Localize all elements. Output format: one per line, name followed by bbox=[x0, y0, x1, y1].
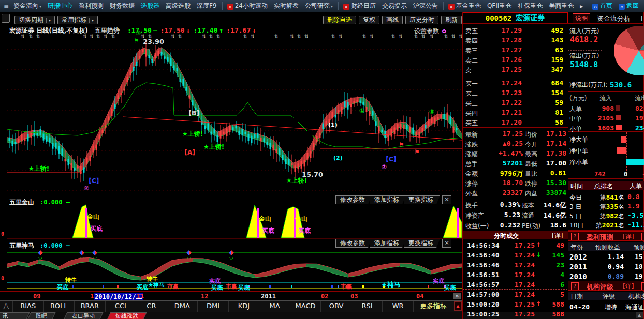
menu-item-17[interactable]: ▸ bbox=[577, 3, 586, 10]
flow-out-value: 234 bbox=[635, 124, 644, 132]
rank-pre: 第 bbox=[596, 222, 602, 229]
bottom-tab-1[interactable]: 盘口异动 bbox=[64, 312, 104, 319]
panel-button-0[interactable]: 修改参数 bbox=[335, 239, 372, 248]
bottom-tab-0[interactable]: 股吧 bbox=[27, 312, 56, 319]
sell-row-0[interactable]: 卖五17.29492 bbox=[462, 26, 568, 36]
tick-time: 14:56:40 bbox=[467, 251, 500, 259]
menu-item-8[interactable]: 实时解盘 bbox=[271, 2, 302, 10]
rating-detail-link[interactable]: [详] bbox=[623, 282, 634, 291]
panel-close-button[interactable]: × bbox=[442, 195, 451, 204]
more-indicators-tab[interactable]: 更多指标 bbox=[413, 301, 453, 312]
panel-button-1[interactable]: 添加指标 bbox=[370, 239, 406, 248]
tick-row-4[interactable]: 14:56:5717.246 bbox=[462, 280, 568, 290]
panel-button-1[interactable]: 添加指标 bbox=[370, 195, 406, 204]
tick-row-5[interactable]: 14:57:0017.245 bbox=[462, 290, 568, 300]
toolbar-right-button-4[interactable]: 刷新 bbox=[441, 16, 462, 24]
buy-row-3[interactable]: 买四17.2181 bbox=[462, 108, 568, 118]
indicator-tab-dma[interactable]: DMA bbox=[167, 301, 198, 312]
indicator-tab-wr[interactable]: WR bbox=[382, 301, 413, 312]
menu-item-11[interactable]: 交易提示 bbox=[379, 2, 410, 10]
menu-item-3[interactable]: 财务数据 bbox=[107, 2, 138, 10]
blue-badge-icon: ⌂ bbox=[619, 4, 625, 10]
indicator-tab-dmi[interactable]: DMI bbox=[197, 301, 228, 312]
panel-button-2[interactable]: 更换指标 bbox=[404, 195, 440, 204]
menu-item-0[interactable]: 资金流向▾ bbox=[10, 2, 45, 10]
menu-right-item-1[interactable]: ⌂返回 bbox=[616, 2, 642, 10]
menu-item-2[interactable]: 盈利预测 bbox=[76, 2, 107, 10]
panel-button-0[interactable]: 修改参数 bbox=[335, 195, 372, 204]
tick-row-6[interactable]: 15:00:2017.25↑588 bbox=[462, 300, 568, 310]
menu-item-15[interactable]: 社保重仓 bbox=[515, 2, 546, 10]
toolbar-right-button-2[interactable]: 画线 bbox=[382, 16, 403, 24]
tick-row-3[interactable]: 14:56:5117.244 bbox=[462, 270, 568, 280]
indicator-tab-ma[interactable]: MA bbox=[259, 301, 290, 312]
indicator-tab-rsi[interactable]: RSI bbox=[352, 301, 383, 312]
tab-scroll-up-button[interactable]: ▲ bbox=[454, 301, 462, 311]
toolbar-right-button-3[interactable]: 历史分时 bbox=[405, 16, 438, 24]
quote-value: 9796万 bbox=[489, 169, 523, 178]
buy-row-4[interactable]: 买五17.2058 bbox=[462, 118, 568, 128]
buy-row-1[interactable]: 买二17.23154 bbox=[462, 88, 568, 98]
tick-row-7[interactable]: 15:00:2517.25588 bbox=[462, 310, 568, 319]
tick-detail-link[interactable]: [详] bbox=[552, 232, 563, 240]
menu-item-12[interactable]: 沪深公告 bbox=[410, 2, 441, 10]
indicator-tab-bias[interactable]: BIAS bbox=[12, 301, 43, 312]
bottom-tab-partial[interactable]: 讯 bbox=[0, 312, 30, 319]
indicator-tab-cr[interactable]: CR bbox=[136, 301, 167, 312]
toolbar-right-button-1[interactable]: 复权 bbox=[359, 16, 379, 24]
toolbar-right-button-0[interactable]: 删除自选 bbox=[323, 16, 356, 24]
sell-row-2[interactable]: 卖三17.2763 bbox=[462, 45, 568, 55]
menu-item-5[interactable]: 高级选股 bbox=[163, 2, 194, 10]
toolbar-left-button-1[interactable]: 常用指标▾ bbox=[57, 16, 98, 24]
tick-row-2[interactable]: 14:56:4617.2423 bbox=[462, 261, 568, 270]
menu-item-14[interactable]: QFII重仓 bbox=[484, 2, 515, 10]
help-icon[interactable]: ? bbox=[641, 282, 644, 290]
tick-row-0[interactable]: 14:56:3417.25↑49 bbox=[462, 241, 568, 251]
sell-row-1[interactable]: 卖四17.28143 bbox=[462, 36, 568, 45]
indicator-tab-boll[interactable]: BOLL bbox=[43, 301, 75, 312]
panel-button-2[interactable]: 更换指标 bbox=[404, 239, 440, 248]
tick-row-1[interactable]: 14:56:4017.24↓145 bbox=[462, 251, 568, 261]
stock-code: 000562 bbox=[486, 14, 512, 22]
help-icon[interactable]: ? bbox=[571, 282, 579, 290]
menu-item-13[interactable]: »基金重仓 bbox=[445, 2, 484, 10]
menu-item-9[interactable]: 公司研究▾ bbox=[302, 2, 336, 10]
indicator-tab-cci[interactable]: CCI bbox=[105, 301, 136, 312]
toolbar-right-group: 删除自选复权画线历史分时刷新> bbox=[323, 14, 480, 24]
toolbar-left-button-0[interactable]: 切换周期▾ bbox=[14, 16, 55, 24]
indicator-tab-obv[interactable]: OBV bbox=[320, 301, 352, 312]
toolbar-stub-button[interactable] bbox=[2, 14, 10, 23]
menu-item-4[interactable]: 选股器 bbox=[138, 2, 163, 10]
panel-close-button[interactable]: × bbox=[442, 239, 451, 248]
book-label: 买五 bbox=[465, 119, 478, 128]
menu-item-6[interactable]: 深度F9 bbox=[194, 2, 220, 10]
menu-item-16[interactable]: 券商重仓 bbox=[546, 2, 577, 10]
corner-scroll-icon[interactable]: ▲ bbox=[636, 312, 643, 318]
menu-right-item-0[interactable]: ⌂首页 bbox=[589, 2, 616, 10]
buy-row-0[interactable]: 买一17.24684 bbox=[462, 79, 568, 88]
main-chart-canvas[interactable] bbox=[7, 33, 462, 195]
help-icon[interactable]: ? bbox=[571, 233, 579, 240]
explain-button[interactable]: 说明 bbox=[573, 13, 590, 23]
indicator-tab-macd[interactable]: MACD bbox=[290, 301, 321, 312]
indicator-tab-kdj[interactable]: KDJ bbox=[228, 301, 259, 312]
chart-title-row: 宏源证券 日线(日线,不复权) 五里趋势 :17.50–:17.50↓:17.4… bbox=[9, 25, 259, 33]
forecast-extra: 15 bbox=[635, 253, 643, 261]
buy-row-2[interactable]: 买三17.2259 bbox=[462, 98, 568, 108]
help-icon[interactable]: ? bbox=[641, 233, 644, 240]
sell-row-4[interactable]: 卖一17.25347 bbox=[462, 65, 568, 75]
forecast-detail-link[interactable]: [详] bbox=[623, 233, 634, 241]
menu-item-10[interactable]: »财经日历 bbox=[340, 2, 379, 10]
forecast-header: ? 盈利预测 [详] ? bbox=[568, 231, 644, 241]
tick-qty: 145 bbox=[532, 251, 564, 259]
sell-row-3[interactable]: 卖二17.26159 bbox=[462, 55, 568, 65]
indicator-tab-brar[interactable]: BRAR bbox=[74, 301, 105, 312]
inflow-value: 4618.2 bbox=[570, 35, 598, 44]
menu-item-7[interactable]: »24小时滚动 bbox=[224, 2, 271, 10]
hamburger-icon[interactable]: ≡ bbox=[2, 3, 10, 10]
forecast-year: 2012 bbox=[569, 253, 587, 261]
bottom-tab-2[interactable]: 短线涨跌 bbox=[107, 312, 147, 319]
scroll-right-button[interactable]: » bbox=[453, 293, 461, 299]
caret-down-icon: ▾ bbox=[46, 18, 51, 23]
menu-item-1[interactable]: 研报中心 bbox=[45, 2, 76, 10]
